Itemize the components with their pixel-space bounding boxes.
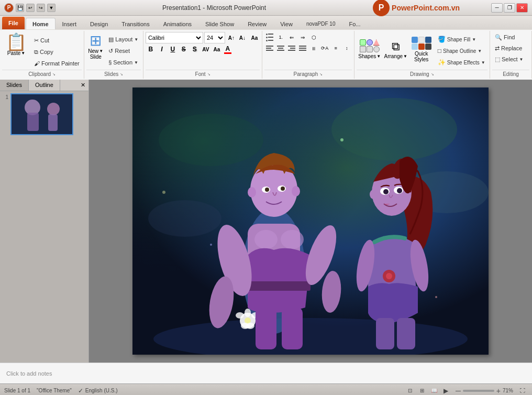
slide-preview-1[interactable] bbox=[10, 93, 73, 135]
shapes-button[interactable]: Shapes ▼ bbox=[357, 32, 383, 67]
find-button[interactable]: 🔍 Find bbox=[492, 32, 526, 42]
slide-sorter-btn[interactable]: ⊞ bbox=[417, 386, 427, 396]
redo-quick-btn[interactable]: ↪ bbox=[37, 4, 45, 12]
zoom-slider[interactable] bbox=[463, 390, 494, 392]
undo-quick-btn[interactable]: ↩ bbox=[26, 4, 35, 12]
drawing-expand-icon[interactable]: ↘ bbox=[431, 72, 434, 76]
reading-view-btn[interactable]: 📖 bbox=[429, 386, 439, 396]
tab-novapdf[interactable]: novaPDF 10 bbox=[300, 18, 342, 29]
char-spacing-btn[interactable]: AV bbox=[201, 44, 211, 54]
shape-fill-button[interactable]: 🪣 Shape Fill ▼ bbox=[435, 34, 488, 45]
svg-point-25 bbox=[245, 309, 251, 317]
slides-expand-icon[interactable]: ↘ bbox=[120, 72, 123, 76]
shadow-btn[interactable]: S bbox=[190, 44, 200, 54]
font-family-select[interactable]: Calibri Arial Times New Roman bbox=[146, 32, 203, 43]
arrange-button[interactable]: ⧉ Arrange ▼ bbox=[384, 32, 408, 67]
align-left-btn[interactable] bbox=[264, 43, 275, 53]
tab-design[interactable]: Design bbox=[83, 18, 115, 29]
tab-file[interactable]: File bbox=[2, 17, 25, 29]
underline-btn[interactable]: U bbox=[168, 44, 178, 54]
fit-slide-btn[interactable]: ⛶ bbox=[517, 386, 528, 396]
tab-review[interactable]: Review bbox=[241, 18, 273, 29]
replace-icon: ⇄ bbox=[495, 45, 500, 52]
clear-formatting-btn[interactable]: Aa bbox=[249, 32, 260, 43]
tab-animations[interactable]: Animations bbox=[157, 18, 198, 29]
format-painter-button[interactable]: 🖌 Format Painter bbox=[31, 58, 82, 69]
quick-styles-button[interactable]: Quick Styles bbox=[409, 32, 434, 67]
align-right-btn[interactable] bbox=[286, 43, 297, 53]
restore-btn[interactable]: ❐ bbox=[504, 3, 515, 13]
justify-btn[interactable] bbox=[297, 43, 308, 53]
change-case-btn[interactable]: Aa bbox=[212, 44, 222, 54]
arrange-arrow[interactable]: ▼ bbox=[403, 54, 407, 59]
replace-button[interactable]: ⇄ Replace bbox=[492, 43, 526, 53]
zoom-in-btn[interactable]: + bbox=[496, 387, 501, 395]
bold-btn[interactable]: B bbox=[146, 44, 156, 54]
reset-button[interactable]: ↺ Reset bbox=[106, 46, 141, 56]
tab-transitions[interactable]: Transitions bbox=[115, 18, 156, 29]
zoom-out-btn[interactable]: ─ bbox=[456, 387, 461, 395]
new-slide-dropdown[interactable]: ▼ bbox=[99, 49, 103, 53]
notes-area[interactable]: Click to add notes bbox=[0, 363, 532, 383]
clipboard-expand-icon[interactable]: ↘ bbox=[52, 72, 56, 76]
bullets-btn[interactable] bbox=[264, 32, 275, 42]
svg-rect-49 bbox=[397, 318, 415, 349]
minimize-btn[interactable]: ─ bbox=[491, 3, 503, 13]
reset-label: Reset bbox=[115, 48, 130, 54]
cut-button[interactable]: ✂ Cut bbox=[31, 35, 82, 46]
paste-button[interactable]: 📋 Paste ▼ bbox=[2, 32, 30, 69]
tab-fo[interactable]: Fo... bbox=[342, 18, 367, 29]
zoom-level[interactable]: 71% bbox=[503, 388, 513, 393]
tab-slideshow[interactable]: Slide Show bbox=[198, 18, 241, 29]
shape-fill-arrow[interactable]: ▼ bbox=[472, 37, 476, 42]
editing-group-label: Editing bbox=[492, 70, 529, 78]
increase-indent-btn[interactable]: ⇒ bbox=[297, 32, 308, 42]
paste-dropdown-arrow[interactable]: ▼ bbox=[21, 51, 25, 56]
decrease-font-btn[interactable]: A↓ bbox=[237, 32, 248, 43]
shapes-arrow[interactable]: ▼ bbox=[376, 54, 381, 59]
font-expand-icon[interactable]: ↘ bbox=[207, 72, 210, 76]
text-direction-btn[interactable]: ⟳A bbox=[319, 43, 330, 53]
tab-view[interactable]: View bbox=[273, 18, 300, 29]
numbering-btn[interactable]: 1. bbox=[275, 32, 286, 42]
layout-button[interactable]: ▤ Layout ▼ bbox=[106, 34, 141, 45]
slide-canvas[interactable] bbox=[132, 87, 489, 355]
slide-thumb-1[interactable]: 1 bbox=[2, 93, 86, 135]
save-quick-btn[interactable]: 💾 bbox=[16, 4, 24, 12]
copy-button[interactable]: ⧉ Copy bbox=[31, 47, 82, 57]
new-slide-button[interactable]: ⊞ New ▼ Slide bbox=[86, 32, 105, 68]
slideshow-view-btn[interactable]: ▶ bbox=[441, 386, 451, 396]
tab-slides-panel[interactable]: Slides bbox=[0, 80, 29, 91]
increase-font-btn[interactable]: A↑ bbox=[226, 32, 237, 43]
italic-btn[interactable]: I bbox=[157, 44, 167, 54]
convert-smartart-btn[interactable]: ⬡ bbox=[308, 32, 319, 42]
shape-outline-button[interactable]: □ Shape Outline ▼ bbox=[435, 46, 488, 56]
strikethrough-btn[interactable]: S bbox=[179, 44, 189, 54]
select-button[interactable]: ⬚ Select ▼ bbox=[492, 54, 526, 64]
font-size-select[interactable]: 24 12 18 28 36 bbox=[204, 32, 225, 43]
tab-home[interactable]: Home bbox=[26, 18, 56, 29]
tab-outline-panel[interactable]: Outline bbox=[29, 80, 60, 91]
close-btn[interactable]: ✕ bbox=[516, 3, 528, 13]
shape-effects-button[interactable]: ✨ Shape Effects ▼ bbox=[435, 57, 488, 68]
align-center-btn[interactable] bbox=[275, 43, 286, 53]
group-editing: 🔍 Find ⇄ Replace ⬚ Select ▼ Editing bbox=[490, 31, 532, 79]
para-label-text: Paragraph bbox=[294, 71, 318, 77]
normal-view-btn[interactable]: ⊡ bbox=[405, 386, 415, 396]
line-spacing-btn[interactable]: ↕ bbox=[341, 43, 352, 53]
canvas-area[interactable] bbox=[89, 80, 532, 363]
spell-check-icon[interactable]: ✓ bbox=[78, 387, 83, 394]
text-align-btn[interactable]: ≡ bbox=[330, 43, 341, 53]
columns-btn[interactable]: ⫼ bbox=[308, 43, 319, 53]
panel-close-btn[interactable]: ✕ bbox=[77, 80, 88, 91]
tab-insert[interactable]: Insert bbox=[56, 18, 84, 29]
decrease-indent-btn[interactable]: ⇐ bbox=[286, 32, 297, 42]
para-expand-icon[interactable]: ↘ bbox=[319, 72, 323, 76]
font-row-2: B I U S S AV Aa A bbox=[146, 44, 260, 54]
shape-effects-arrow[interactable]: ▼ bbox=[481, 60, 485, 65]
section-button[interactable]: § Section ▼ bbox=[106, 57, 141, 68]
font-color-btn[interactable]: A bbox=[223, 44, 233, 54]
select-arrow[interactable]: ▼ bbox=[519, 57, 524, 62]
customize-quick-access[interactable]: ▼ bbox=[47, 4, 56, 12]
shape-outline-arrow[interactable]: ▼ bbox=[478, 49, 482, 53]
